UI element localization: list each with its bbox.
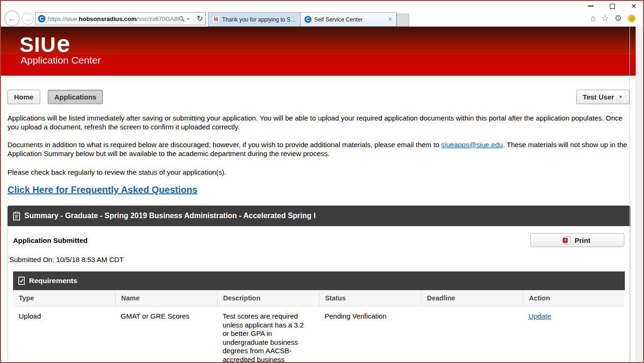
divider [193,15,194,22]
url-domain: hobsonsradius.com [79,15,137,22]
status-row: Application Submitted ▼ Print [8,226,630,247]
cell-description: Test scores are required unless applican… [217,306,319,363]
document-check-icon [18,277,25,285]
email-link[interactable]: siueapps@siue.edu [441,141,503,149]
user-menu-button[interactable]: Test User▼ [576,90,630,104]
submitted-on-text: Submitted On: 10/5/18 8:53 AM CDT [8,256,630,263]
maximize-icon [610,4,615,9]
pdf-icon: ▼ [564,236,571,244]
requirements-title: Requirements [29,277,77,285]
browser-window: ✕ ← → C https://siue.hobsonsradius.com/s… [0,0,644,363]
chevron-down-icon: ▼ [618,94,623,100]
search-icon[interactable] [179,16,185,22]
clipboard-icon [13,212,20,221]
site-banner: SIUe Application Center [1,27,643,76]
minimize-icon [588,6,593,7]
cell-type: Upload [13,306,115,363]
refresh-icon[interactable]: ↻ [197,15,203,22]
radius-icon: C [304,16,311,23]
new-tab-button[interactable] [397,14,409,27]
browser-toolbar-icons: ⌂ ☆ ⚙ ☺ [591,14,636,22]
banner-subtitle: Application Center [21,55,101,66]
intro-paragraph-2: Documents in addition to what is require… [7,140,630,158]
pdf-badge-icon: ▼ [563,238,568,243]
feedback-smiley-icon[interactable]: ☺ [628,14,636,22]
column-header-status: Status [319,290,421,306]
cell-name: GMAT or GRE Scores [115,306,217,363]
table-row: Upload GMAT or GRE Scores Test scores ar… [13,306,625,363]
summary-header: Summary - Graduate - Spring 2019 Busines… [7,206,630,226]
url-subdomain: siue. [66,15,79,22]
vertical-scrollbar[interactable] [636,27,643,362]
cell-status: Pending Verification [319,306,421,363]
tab-close-icon[interactable]: ✕ [388,16,392,22]
content-right-divider [630,27,630,362]
maximize-button[interactable] [608,2,616,10]
back-button[interactable]: ← [4,11,20,26]
gear-icon[interactable]: ⚙ [615,14,622,22]
url-text: https://siue.hobsonsradius.com/ssc/zx670… [48,15,179,22]
update-link[interactable]: Update [528,312,551,320]
logo-e-text: e [57,30,70,57]
tab-self-service-center[interactable]: C Self Service Center ✕ [300,12,397,27]
faq-link[interactable]: Click Here for Frequently Asked Question… [7,185,197,195]
paragraph-text: Documents in addition to what is require… [7,141,441,149]
column-header-type: Type [13,290,115,306]
browser-chrome: ✕ ← → C https://siue.hobsonsradius.com/s… [1,1,643,27]
forward-button[interactable]: → [22,13,34,25]
user-menu-label: Test User [583,93,614,101]
url-prefix: https:// [48,15,66,22]
tab-label: Self Service Center [314,16,385,23]
window-controls: ✕ [587,2,637,10]
summary-panel: Summary - Graduate - Spring 2019 Busines… [7,206,630,363]
favorites-star-icon[interactable]: ☆ [601,14,609,22]
summary-title: Summary - Graduate - Spring 2019 Busines… [24,212,316,220]
nav-row: Home Applications Test User▼ [7,90,643,105]
print-label: Print [574,236,590,244]
cell-deadline [421,306,523,363]
print-button[interactable]: ▼ Print [530,233,624,247]
column-header-action: Action [523,290,625,306]
address-bar[interactable]: C https://siue.hobsonsradius.com/ssc/zx6… [35,12,206,25]
requirements-header: Requirements [13,271,625,290]
column-header-name: Name [115,290,217,306]
gmail-icon: M [212,16,219,22]
intro-paragraph-3: Please check back regularly to review th… [7,168,630,177]
url-path: /ssc/zx670GA867020x6 [137,15,179,22]
close-button[interactable]: ✕ [630,2,637,10]
applications-button[interactable]: Applications [48,90,103,104]
column-header-deadline: Deadline [421,290,523,306]
summary-body: Application Submitted ▼ Print Submitted … [7,226,630,363]
site-favicon-icon: C [38,15,45,22]
requirements-table: Type Name Description Status Deadline Ac… [13,290,625,363]
banner-gradient [1,27,643,55]
siue-logo: SIUe [20,31,70,56]
column-header-description: Description [217,290,319,306]
application-status: Application Submitted [13,236,87,244]
page-content: Home Applications Test User▼ Application… [1,90,643,363]
minimize-button[interactable] [587,2,594,10]
home-button[interactable]: Home [7,90,40,104]
logo-siu-text: SIU [20,33,56,57]
table-header-row: Type Name Description Status Deadline Ac… [13,290,625,306]
tab-gmail[interactable]: M Thank you for applying to SIUE... [208,12,300,27]
tab-label: Thank you for applying to SIUE... [222,16,297,23]
tab-bar: M Thank you for applying to SIUE... C Se… [208,12,409,27]
home-icon[interactable]: ⌂ [591,14,596,22]
address-dropdown-icon[interactable]: ▼ [187,17,190,21]
intro-paragraph-1: Applications will be listed immediately … [7,114,630,131]
